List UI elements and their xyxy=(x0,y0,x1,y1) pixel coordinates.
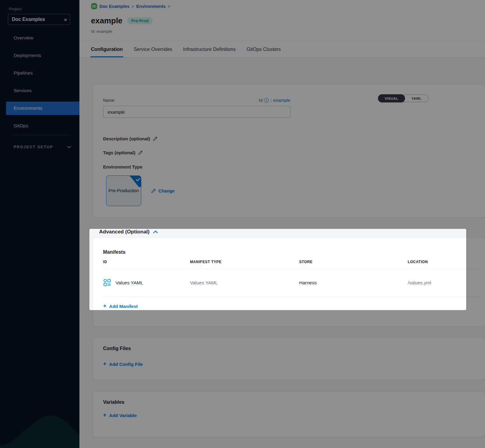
id-colon: : xyxy=(270,98,272,103)
id-value-link[interactable]: example xyxy=(273,98,290,103)
sidebar-item-overview[interactable]: Overview xyxy=(0,31,79,45)
plus-icon: + xyxy=(103,303,106,309)
add-variable-label: Add Variable xyxy=(109,413,137,418)
tab-configuration[interactable]: Configuration xyxy=(91,41,123,57)
add-variable-button[interactable]: + Add Variable xyxy=(103,412,485,418)
sidebar-divider xyxy=(13,135,70,135)
info-icon[interactable]: i xyxy=(264,98,269,103)
manifests-card: Manifests ID MANIFEST TYPE STORE LOCATIO… xyxy=(93,238,485,326)
sidebar-item-environments[interactable]: Environments xyxy=(6,102,79,115)
col-manifest-type: MANIFEST TYPE xyxy=(190,260,299,264)
page-title: example xyxy=(91,16,122,25)
variables-card: Variables + Add Variable xyxy=(93,392,485,437)
toggle-yaml[interactable]: YAML xyxy=(405,95,428,102)
sidebar-item-services[interactable]: Services xyxy=(0,84,79,97)
col-id: ID xyxy=(103,260,190,264)
sidebar-item-gitops[interactable]: GitOps xyxy=(0,119,79,132)
env-type-card-preproduction[interactable]: Pre-Production xyxy=(106,176,141,206)
description-row[interactable]: Description (optional) xyxy=(103,136,485,141)
sidebar-item-deployments[interactable]: Deployments xyxy=(0,49,79,62)
plus-icon: + xyxy=(103,360,106,367)
breadcrumb-separator: > xyxy=(168,4,170,9)
selected-check-icon xyxy=(129,176,141,188)
breadcrumb-separator: > xyxy=(132,4,134,9)
tab-bar: Configuration Service Overrides Infrastr… xyxy=(79,41,485,58)
tags-label: Tags (optional) xyxy=(103,150,135,155)
description-label: Description (optional) xyxy=(103,136,150,141)
main-area: Doc Examples > Environments > example Pr… xyxy=(79,0,485,448)
env-type-card-label: Pre-Production xyxy=(109,187,139,194)
tab-service-overrides[interactable]: Service Overrides xyxy=(134,41,172,57)
tab-infrastructure-definitions[interactable]: Infrastructure Definitions xyxy=(183,41,236,57)
entity-id: Id: example xyxy=(91,29,485,34)
advanced-section-toggle[interactable]: Advanced (Optional) xyxy=(99,229,485,235)
id-word: Id xyxy=(259,98,263,103)
add-config-file-label: Add Config File xyxy=(109,362,143,367)
app-root: Project Doc Examples » Overview Deployme… xyxy=(0,0,485,448)
manifests-table-header: ID MANIFEST TYPE STORE LOCATION xyxy=(103,260,485,264)
manifest-id-cell[interactable]: Values YAML xyxy=(103,279,190,287)
tab-gitops-clusters[interactable]: GitOps Clusters xyxy=(246,41,281,57)
breadcrumb-project[interactable]: Doc Examples xyxy=(99,4,129,9)
sidebar-wave-decoration xyxy=(0,400,79,448)
col-location: LOCATION xyxy=(408,260,485,264)
name-input[interactable] xyxy=(103,106,290,118)
name-row: Name Id i : example xyxy=(103,98,290,103)
sidebar-item-pipelines[interactable]: Pipelines xyxy=(0,66,79,80)
project-setup-toggle[interactable]: PROJECT SETUP xyxy=(14,145,71,149)
project-icon xyxy=(91,3,97,9)
environment-form-card: Name Id i : example Description (optiona… xyxy=(93,85,485,217)
double-chevron-icon: » xyxy=(64,16,66,23)
breadcrumb-environments[interactable]: Environments xyxy=(136,4,166,9)
manifest-location-cell[interactable]: /values.yml xyxy=(408,280,485,286)
id-inline: Id i : example xyxy=(259,98,290,103)
name-label: Name xyxy=(103,98,114,103)
page-header: Doc Examples > Environments > example Pr… xyxy=(79,0,485,41)
project-setup-label: PROJECT SETUP xyxy=(14,145,53,149)
environment-type-label: Environment Type xyxy=(103,164,485,169)
project-name: Doc Examples xyxy=(12,17,45,22)
variables-title: Variables xyxy=(103,400,485,405)
change-label: Change xyxy=(159,189,175,193)
advanced-title: Advanced (Optional) xyxy=(99,229,149,235)
project-label: Project xyxy=(9,7,22,11)
edit-pencil-icon[interactable] xyxy=(138,150,143,155)
manifest-id-text: Values YAML xyxy=(115,280,143,286)
environment-type-row: Pre-Production Change xyxy=(106,176,485,206)
chevron-up-icon xyxy=(153,230,158,233)
manifest-table-row[interactable]: Values YAML Values YAML Harness /values.… xyxy=(103,269,485,296)
sidebar-nav: Overview Deployments Pipelines Services … xyxy=(0,31,79,132)
breadcrumb: Doc Examples > Environments > xyxy=(91,3,485,9)
env-type-badge: Pre-Prod xyxy=(127,17,152,24)
config-files-title: Config Files xyxy=(103,346,485,351)
toggle-visual[interactable]: VISUAL xyxy=(378,94,405,102)
project-selector[interactable]: Doc Examples » xyxy=(8,14,70,25)
sidebar: Project Doc Examples » Overview Deployme… xyxy=(0,0,79,448)
manifests-title: Manifests xyxy=(103,249,485,255)
edit-pencil-icon xyxy=(151,188,156,193)
plus-icon: + xyxy=(103,412,106,418)
change-env-type-link[interactable]: Change xyxy=(151,188,175,193)
table-divider xyxy=(103,296,479,296)
manifest-type-cell[interactable]: Values YAML xyxy=(190,280,299,286)
title-row: example Pre-Prod xyxy=(91,16,485,25)
edit-pencil-icon[interactable] xyxy=(153,136,158,141)
add-manifest-button[interactable]: + Add Manifest xyxy=(103,303,485,309)
add-config-file-button[interactable]: + Add Config File xyxy=(103,361,485,367)
content-area: VISUAL YAML Name Id i : example Descript… xyxy=(79,85,485,448)
add-manifest-label: Add Manifest xyxy=(109,304,138,309)
config-files-card: Config Files + Add Config File xyxy=(93,338,485,380)
col-store: STORE xyxy=(299,260,408,264)
chevron-down-icon xyxy=(67,146,71,149)
manifest-store-cell: Harness xyxy=(299,280,408,286)
values-yaml-icon xyxy=(103,279,111,287)
visual-yaml-toggle: VISUAL YAML xyxy=(378,95,429,102)
tags-row[interactable]: Tags (optional) xyxy=(103,150,485,155)
